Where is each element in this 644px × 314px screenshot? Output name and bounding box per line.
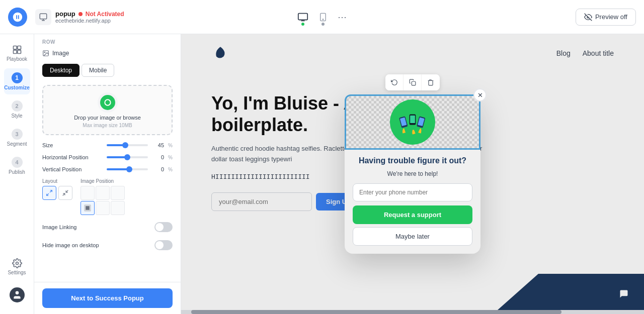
icon-sidebar: Playbook 1 Customize 2 Style 3 Segment 4… xyxy=(0,34,34,314)
image-position-group: Image Position xyxy=(80,178,125,215)
popup-title: Having trouble figure it out? xyxy=(353,156,472,166)
popup-toolbar-refresh[interactable] xyxy=(385,74,404,90)
layout-icon-expand[interactable] xyxy=(42,186,56,200)
desktop-device-btn[interactable] xyxy=(295,10,310,25)
layout-icon-compress[interactable] xyxy=(58,186,72,200)
svg-rect-17 xyxy=(412,81,416,85)
tab-group: Desktop Mobile xyxy=(34,60,181,81)
popup-image-circle xyxy=(390,99,435,145)
pos-cell-3[interactable] xyxy=(111,186,125,200)
svg-rect-0 xyxy=(40,14,47,19)
svg-rect-5 xyxy=(13,46,17,50)
customize-panel: ROW Image Desktop Mobile xyxy=(34,34,181,314)
desktop-active-dot xyxy=(301,23,304,26)
sidebar-label-segment: Segment xyxy=(7,141,27,147)
popup-phone-input[interactable] xyxy=(353,183,472,201)
v-pos-thumb[interactable] xyxy=(126,166,132,172)
section-header-row: ROW xyxy=(34,34,181,47)
user-avatar xyxy=(10,287,25,302)
svg-line-12 xyxy=(50,190,52,192)
panel-footer: Next to Success Popup xyxy=(34,282,181,314)
sidebar-item-publish[interactable]: 4 Publish xyxy=(4,153,30,179)
popup-toolbar-copy[interactable] xyxy=(404,74,422,90)
row-type-label: Image xyxy=(34,47,181,60)
svg-rect-6 xyxy=(17,46,21,50)
pos-cell-5[interactable] xyxy=(96,201,110,215)
horizontal-slider-row: Horizontal Position 0 % xyxy=(34,151,181,163)
image-pos-label: Image Position xyxy=(80,178,125,184)
app-logo[interactable] xyxy=(8,8,27,27)
image-drop-area[interactable]: Drop your image or browse Max image size… xyxy=(42,85,173,135)
svg-point-9 xyxy=(16,262,18,265)
sidebar-item-playbook[interactable]: Playbook xyxy=(4,40,30,66)
sidebar-item-avatar[interactable] xyxy=(4,282,30,308)
layout-row: Layout xyxy=(34,175,181,218)
popup-later-btn[interactable]: Maybe later xyxy=(353,227,472,246)
popup-close-btn[interactable]: ✕ xyxy=(473,88,487,101)
panel-content: ROW Image Desktop Mobile xyxy=(34,34,181,282)
mobile-device-btn[interactable] xyxy=(316,10,330,25)
mobile-active-dot xyxy=(321,23,325,26)
hide-image-toggle[interactable] xyxy=(154,240,173,250)
hide-toggle-knob xyxy=(155,241,164,249)
drop-sublabel: Max image size 10MB xyxy=(83,123,132,128)
svg-line-14 xyxy=(63,193,65,195)
top-header: popup Not Activated ecethebride.netlify.… xyxy=(0,0,644,34)
popup-illustration xyxy=(395,104,430,140)
popup-card: ✕ xyxy=(345,94,480,254)
image-linking-toggle[interactable] xyxy=(154,222,173,232)
toggle-knob xyxy=(155,223,164,231)
popup-toolbar xyxy=(385,74,440,90)
svg-line-15 xyxy=(66,190,68,192)
sidebar-label-customize: Customize xyxy=(4,85,30,90)
size-track[interactable] xyxy=(107,144,148,146)
h-pos-unit: % xyxy=(168,155,173,160)
pos-cell-1[interactable] xyxy=(80,186,95,200)
image-pos-grid xyxy=(80,186,125,215)
h-pos-value: 0 xyxy=(152,154,164,160)
preview-toggle-btn[interactable]: Preview off xyxy=(576,9,636,26)
sidebar-item-style[interactable]: 2 Style xyxy=(4,96,30,123)
pos-cell-6[interactable] xyxy=(111,201,125,215)
svg-rect-7 xyxy=(13,50,17,54)
popup-toolbar-delete[interactable] xyxy=(422,74,440,90)
h-pos-label: Horizontal Position xyxy=(42,154,103,160)
popup-image-area xyxy=(345,94,480,150)
v-pos-unit: % xyxy=(168,167,173,172)
sidebar-item-settings[interactable]: Settings xyxy=(4,254,30,280)
layout-icons xyxy=(42,186,72,200)
pos-cell-4[interactable] xyxy=(80,201,95,215)
size-thumb[interactable] xyxy=(122,142,128,148)
hide-image-label: Hide image on desktop xyxy=(42,242,99,248)
svg-rect-8 xyxy=(17,50,21,54)
sidebar-item-customize[interactable]: 1 Customize xyxy=(4,68,30,94)
status-dot xyxy=(78,12,83,16)
sidebar-item-segment[interactable]: 3 Segment xyxy=(4,125,30,151)
tab-desktop[interactable]: Desktop xyxy=(42,64,79,77)
pos-cell-icon xyxy=(84,204,91,212)
pos-cell-2[interactable] xyxy=(96,186,110,200)
segment-step-num: 3 xyxy=(12,129,23,140)
more-options-btn[interactable]: ⋯ xyxy=(336,10,349,25)
size-label: Size xyxy=(42,142,103,148)
size-unit: % xyxy=(168,143,173,148)
layout-group: Layout xyxy=(42,178,72,200)
delete-icon xyxy=(427,79,434,86)
next-to-success-btn[interactable]: Next to Success Popup xyxy=(42,288,173,308)
image-linking-label: Image Linking xyxy=(42,224,77,230)
h-pos-thumb[interactable] xyxy=(124,154,130,160)
preview-area: Blog About title Yo, I'm Bluise - A Nux … xyxy=(181,34,644,314)
tab-mobile[interactable]: Mobile xyxy=(82,64,114,77)
refresh-icon xyxy=(391,79,398,86)
v-pos-label: Vertical Position xyxy=(42,166,103,172)
popup-support-btn[interactable]: Request a support xyxy=(353,205,472,224)
h-pos-track[interactable] xyxy=(107,156,148,158)
size-value: 45 xyxy=(152,142,164,148)
svg-rect-22 xyxy=(410,116,415,123)
layout-label: Layout xyxy=(42,178,72,184)
size-slider-row: Size 45 % xyxy=(34,139,181,151)
sidebar-label-publish: Publish xyxy=(9,169,25,175)
status-label: Not Activated xyxy=(86,11,124,18)
v-pos-track[interactable] xyxy=(107,168,148,170)
vertical-slider-row: Vertical Position 0 % xyxy=(34,163,181,175)
